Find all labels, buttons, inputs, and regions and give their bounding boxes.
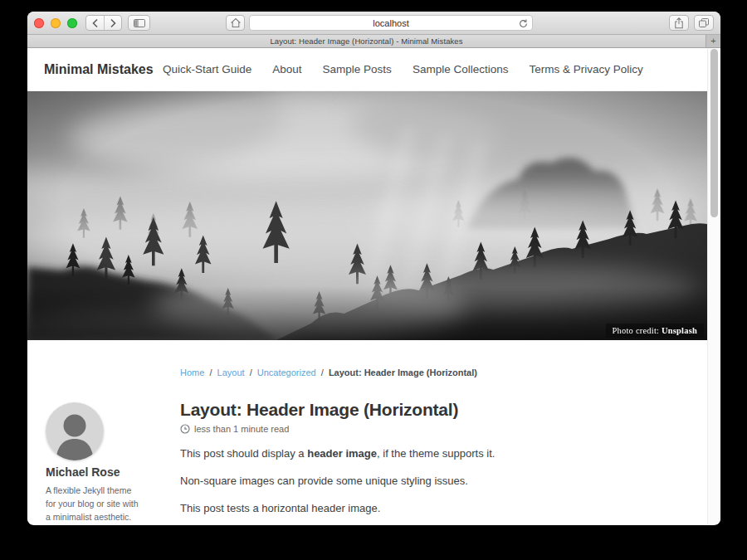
window-controls <box>34 18 77 28</box>
breadcrumb-current: Layout: Header Image (Horizontal) <box>329 368 477 377</box>
tabs-icon <box>698 17 710 28</box>
nav-sample-posts[interactable]: Sample Posts <box>323 63 392 75</box>
photo-credit-source: Unsplash <box>662 326 697 335</box>
breadcrumb-separator: / <box>209 368 212 377</box>
page-title: Layout: Header Image (Horizontal) <box>180 400 691 420</box>
photo-credit: Photo credit: Unsplash <box>606 324 704 338</box>
paragraph-text: This post should display a <box>180 447 307 460</box>
sidebar-icon <box>133 17 146 29</box>
tab-bar: Layout: Header Image (Horizontal) - Mini… <box>27 35 720 48</box>
breadcrumb-separator: / <box>250 368 252 377</box>
home-button[interactable] <box>226 15 245 31</box>
avatar <box>46 402 104 460</box>
home-icon <box>230 17 242 28</box>
history-nav-group <box>85 15 122 31</box>
breadcrumb-home[interactable]: Home <box>180 368 204 377</box>
nav-terms-privacy-policy[interactable]: Terms & Privacy Policy <box>529 63 642 75</box>
tabs-overview-button[interactable] <box>694 15 714 31</box>
scrollbar[interactable] <box>707 48 720 524</box>
share-button[interactable] <box>669 15 689 31</box>
header-image: Photo credit: Unsplash <box>27 91 707 340</box>
paragraph-text: Non-square images can provide some uniqu… <box>180 475 468 487</box>
author-bio: A flexible Jekyll theme for your blog or… <box>44 484 144 523</box>
new-tab-button[interactable]: + <box>706 35 720 47</box>
chevron-left-icon <box>91 18 100 28</box>
photo-credit-label: Photo credit: <box>613 326 662 335</box>
toolbar-right-buttons <box>669 15 714 31</box>
paragraph-text: , if the theme supports it. <box>377 447 495 460</box>
read-time: less than 1 minute read <box>180 424 691 434</box>
person-silhouette-icon <box>46 402 104 460</box>
foggy-forest-photo <box>27 91 707 340</box>
desktop-background: localhost Layout: Header Image (Horizont… <box>0 0 747 560</box>
refresh-button[interactable] <box>517 17 529 29</box>
paragraph-bold-text: header image <box>307 447 377 460</box>
browser-toolbar: localhost <box>27 12 720 35</box>
nav-quick-start-guide[interactable]: Quick-Start Guide <box>163 63 251 75</box>
clock-icon <box>180 424 190 434</box>
refresh-icon <box>519 19 528 28</box>
forward-button[interactable] <box>104 16 121 30</box>
paragraph-1: This post should display a header image,… <box>180 446 691 461</box>
breadcrumb-uncategorized[interactable]: Uncategorized <box>257 368 316 377</box>
site-nav: Quick-Start Guide About Sample Posts Sam… <box>163 48 643 90</box>
tab-title: Layout: Header Image (Horizontal) - Mini… <box>270 37 462 46</box>
chevron-right-icon <box>109 18 117 28</box>
paragraph-3: This post tests a horizontal header imag… <box>180 500 691 516</box>
url-text: localhost <box>373 18 408 28</box>
content-area: Michael Rose A flexible Jekyll theme for… <box>27 340 707 523</box>
paragraph-2: Non-square images can provide some uniqu… <box>180 473 691 489</box>
breadcrumb-separator: / <box>321 368 324 377</box>
fullscreen-window-button[interactable] <box>67 18 77 28</box>
page-content: Minimal Mistakes Quick-Start Guide About… <box>27 48 707 523</box>
nav-about[interactable]: About <box>272 63 301 75</box>
breadcrumb-layout[interactable]: Layout <box>217 368 245 377</box>
breadcrumb: Home / Layout / Uncategorized / Layout: … <box>180 368 691 377</box>
read-time-label: less than 1 minute read <box>194 424 289 434</box>
active-tab[interactable]: Layout: Header Image (Horizontal) - Mini… <box>27 35 706 47</box>
safari-window: localhost Layout: Header Image (Horizont… <box>27 12 720 525</box>
article: Home / Layout / Uncategorized / Layout: … <box>180 340 691 523</box>
close-window-button[interactable] <box>34 18 44 28</box>
minimize-window-button[interactable] <box>51 18 61 28</box>
paragraph-text: This post tests a horizontal header imag… <box>180 502 380 514</box>
site-masthead: Minimal Mistakes Quick-Start Guide About… <box>27 48 707 91</box>
address-bar[interactable]: localhost <box>249 15 533 31</box>
author-sidebar: Michael Rose A flexible Jekyll theme for… <box>44 340 180 523</box>
back-button[interactable] <box>86 16 104 30</box>
nav-sample-collections[interactable]: Sample Collections <box>413 63 509 75</box>
page-viewport: Minimal Mistakes Quick-Start Guide About… <box>27 48 720 524</box>
author-name: Michael Rose <box>44 465 180 479</box>
sidebar-toggle-button[interactable] <box>128 15 150 31</box>
site-title-link[interactable]: Minimal Mistakes <box>44 62 154 77</box>
share-icon <box>674 17 684 29</box>
scrollbar-thumb[interactable] <box>710 49 718 217</box>
